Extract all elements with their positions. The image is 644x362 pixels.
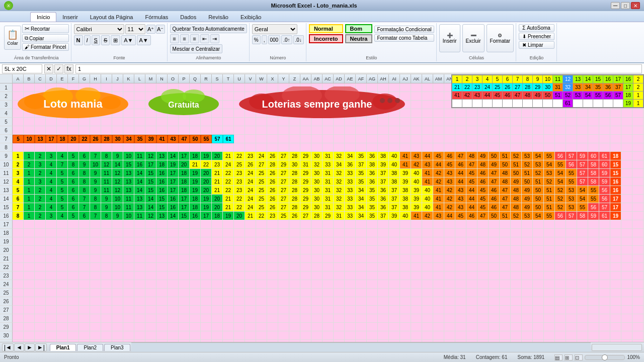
cell[interactable] — [566, 263, 577, 272]
cell[interactable] — [278, 101, 289, 109]
cell[interactable] — [400, 126, 411, 135]
cell[interactable] — [289, 135, 300, 143]
cell[interactable] — [422, 220, 433, 229]
cell[interactable] — [311, 83, 323, 92]
cell[interactable] — [632, 212, 643, 220]
cell[interactable] — [311, 331, 323, 340]
cell[interactable] — [156, 272, 168, 280]
cell[interactable]: 29 — [300, 203, 311, 212]
cell[interactable] — [389, 92, 400, 101]
cell[interactable] — [289, 331, 300, 340]
cell[interactable] — [311, 306, 323, 314]
cell[interactable]: 7 — [13, 203, 24, 212]
cell[interactable] — [267, 272, 278, 280]
cell[interactable] — [367, 118, 378, 126]
cell[interactable] — [68, 272, 79, 280]
cell[interactable] — [466, 143, 477, 152]
col-header[interactable]: U — [234, 74, 245, 83]
col-header[interactable]: C — [35, 74, 46, 83]
cell[interactable] — [278, 109, 289, 118]
cell[interactable]: 43 — [455, 186, 466, 195]
cell[interactable]: 12 — [112, 169, 123, 177]
cell[interactable] — [68, 109, 79, 118]
cell[interactable] — [168, 331, 179, 340]
cell[interactable]: 23 — [245, 152, 256, 160]
cell[interactable] — [156, 220, 168, 229]
cell[interactable] — [323, 92, 334, 101]
cell[interactable] — [544, 340, 555, 342]
cell[interactable] — [13, 229, 24, 237]
cell[interactable] — [455, 237, 466, 246]
cell[interactable] — [212, 109, 223, 118]
cell[interactable] — [367, 143, 378, 152]
cell[interactable] — [179, 101, 190, 109]
cell[interactable] — [13, 323, 24, 331]
cell[interactable] — [57, 340, 68, 342]
cell[interactable] — [24, 306, 35, 314]
cell[interactable] — [400, 272, 411, 280]
cell[interactable] — [422, 83, 433, 92]
cell[interactable] — [400, 289, 411, 297]
cell[interactable] — [389, 280, 400, 289]
cell[interactable] — [544, 314, 555, 323]
cell[interactable] — [13, 254, 24, 263]
cell[interactable] — [212, 237, 223, 246]
cell[interactable]: 35 — [134, 135, 145, 143]
cell[interactable] — [356, 220, 367, 229]
cell[interactable] — [13, 314, 24, 323]
cell[interactable]: 41 — [156, 135, 168, 143]
cell[interactable] — [500, 220, 511, 229]
formula-cancel-button[interactable]: ✕ — [44, 64, 53, 73]
cell[interactable]: 45 — [466, 169, 477, 177]
cell[interactable] — [223, 323, 234, 331]
cell[interactable] — [90, 297, 101, 306]
cell[interactable] — [632, 323, 643, 331]
cell[interactable] — [234, 314, 245, 323]
cell[interactable] — [555, 272, 566, 280]
cell[interactable] — [79, 118, 90, 126]
cell[interactable] — [422, 143, 433, 152]
cell[interactable]: 39 — [411, 186, 422, 195]
cell[interactable] — [256, 83, 267, 92]
cell[interactable] — [455, 109, 466, 118]
cell[interactable] — [168, 237, 179, 246]
cell[interactable]: 8 — [101, 212, 112, 220]
cell[interactable]: 43 — [455, 195, 466, 203]
cell[interactable] — [522, 237, 533, 246]
cell[interactable] — [13, 101, 24, 109]
cell[interactable] — [267, 314, 278, 323]
cell[interactable] — [599, 246, 610, 254]
cell[interactable]: 20 — [201, 169, 212, 177]
cell[interactable]: 47 — [477, 212, 489, 220]
cell[interactable]: 14 — [134, 169, 145, 177]
cell[interactable] — [223, 143, 234, 152]
cell[interactable] — [367, 237, 378, 246]
cell[interactable] — [411, 331, 422, 340]
cell[interactable] — [466, 237, 477, 246]
cell[interactable] — [145, 340, 156, 342]
cell[interactable]: 37 — [378, 177, 389, 186]
cell[interactable]: 54 — [577, 195, 588, 203]
cell[interactable] — [389, 135, 400, 143]
cell[interactable] — [68, 254, 79, 263]
cell[interactable] — [632, 203, 643, 212]
cell[interactable] — [621, 229, 632, 237]
cell[interactable] — [300, 101, 311, 109]
cell[interactable] — [378, 143, 389, 152]
cell[interactable] — [300, 246, 311, 254]
cell[interactable] — [311, 220, 323, 229]
cell[interactable]: 58 — [588, 177, 599, 186]
cell[interactable] — [156, 126, 168, 135]
cell[interactable] — [632, 254, 643, 263]
cell[interactable] — [555, 135, 566, 143]
insert-button[interactable]: ➕Inserir — [439, 24, 460, 52]
cell[interactable] — [632, 126, 643, 135]
cell[interactable] — [466, 109, 477, 118]
cell[interactable] — [13, 126, 24, 135]
cell[interactable] — [245, 229, 256, 237]
cell[interactable] — [522, 246, 533, 254]
cell[interactable] — [433, 101, 444, 109]
cell[interactable]: 34 — [123, 135, 134, 143]
cell[interactable] — [223, 314, 234, 323]
cell[interactable] — [477, 323, 489, 331]
